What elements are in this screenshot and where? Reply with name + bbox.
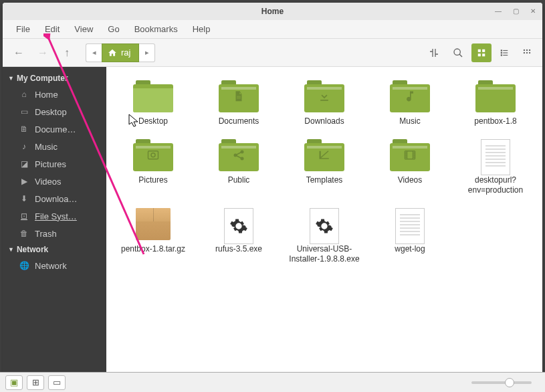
- file-item[interactable]: Downloads: [283, 78, 366, 130]
- menu-edit[interactable]: Edit: [38, 21, 66, 37]
- svg-line-1: [459, 54, 462, 57]
- taskbar-files-button[interactable]: ▣: [5, 375, 23, 390]
- minimize-button[interactable]: —: [493, 5, 504, 16]
- file-icon: [133, 80, 173, 114]
- taskbar[interactable]: ▣ ⊞ ▭: [0, 372, 545, 392]
- view-compact-button[interactable]: [517, 43, 537, 62]
- svg-point-14: [529, 49, 530, 50]
- sidebar-section-network[interactable]: ▼Network: [3, 242, 106, 257]
- forward-button[interactable]: →: [32, 42, 53, 64]
- svg-point-15: [524, 52, 525, 53]
- trash-icon: 🗑: [19, 228, 29, 239]
- svg-rect-3: [482, 49, 485, 52]
- file-label: Universal-USB-Installer-1.9.8.8.exe: [288, 244, 361, 265]
- sidebar-section-my-computer[interactable]: ▼My Computer: [3, 71, 106, 86]
- file-item[interactable]: wget-log: [368, 205, 451, 268]
- file-item[interactable]: desktopurl?env=production: [454, 136, 537, 199]
- path-label: raj: [121, 47, 130, 58]
- file-item[interactable]: Music: [368, 78, 451, 130]
- sidebar-item-trash[interactable]: 🗑Trash: [3, 225, 106, 242]
- sidebar-item-network[interactable]: 🌐Network: [3, 257, 106, 274]
- view-icons-button[interactable]: [471, 43, 492, 62]
- menubar: File Edit View Go Bookmarks Help: [3, 20, 542, 39]
- file-label: Templates: [306, 175, 343, 186]
- file-item[interactable]: Universal-USB-Installer-1.9.8.8.exe: [283, 205, 366, 268]
- file-item[interactable]: Pictures: [112, 136, 195, 199]
- svg-point-17: [529, 52, 530, 53]
- music-icon: ♪: [19, 141, 29, 152]
- file-icon: [219, 80, 259, 114]
- sidebar: ▼My Computer ⌂Home ▭Desktop 🗎Docume… ♪Mu…: [3, 67, 106, 373]
- sidebar-item-filesystem[interactable]: ⊡File Syst…: [3, 207, 106, 225]
- sidebar-item-downloads[interactable]: ⬇Downloa…: [3, 190, 106, 207]
- back-button[interactable]: ←: [8, 42, 29, 64]
- close-button[interactable]: ✕: [528, 5, 538, 16]
- sidebar-item-desktop[interactable]: ▭Desktop: [3, 103, 106, 120]
- view-list-button[interactable]: [494, 43, 514, 62]
- file-icon: [133, 139, 173, 173]
- toolbar: ← → ↑ ◂ raj ▸: [3, 39, 542, 67]
- svg-point-19: [151, 153, 155, 157]
- file-icon: [304, 139, 344, 173]
- network-icon: 🌐: [19, 260, 29, 271]
- picture-icon: ◪: [19, 159, 29, 169]
- svg-rect-9: [503, 52, 508, 53]
- svg-rect-18: [148, 151, 158, 159]
- file-item[interactable]: rufus-3.5.exe: [197, 205, 280, 268]
- sidebar-item-pictures[interactable]: ◪Pictures: [3, 155, 106, 173]
- maximize-button[interactable]: ▢: [510, 5, 521, 16]
- svg-rect-2: [478, 49, 481, 52]
- file-item[interactable]: Desktop: [112, 78, 195, 130]
- file-label: desktopurl?env=production: [459, 175, 532, 196]
- file-label: Documents: [219, 116, 259, 127]
- home-icon: ⌂: [19, 89, 29, 100]
- svg-point-0: [454, 49, 460, 55]
- file-label: Videos: [398, 175, 422, 186]
- menu-view[interactable]: View: [68, 21, 100, 37]
- path-next-button[interactable]: ▸: [139, 43, 155, 62]
- file-item[interactable]: Videos: [368, 136, 451, 199]
- svg-point-12: [524, 49, 525, 50]
- svg-line-23: [237, 152, 241, 154]
- search-button[interactable]: [447, 42, 469, 64]
- file-icon: [390, 208, 430, 241]
- svg-rect-11: [503, 54, 508, 55]
- sidebar-item-documents[interactable]: 🗎Docume…: [3, 120, 106, 138]
- file-item[interactable]: Public: [197, 136, 280, 199]
- sidebar-item-music[interactable]: ♪Music: [3, 138, 106, 155]
- body: ▼My Computer ⌂Home ▭Desktop 🗎Docume… ♪Mu…: [3, 67, 542, 373]
- file-view[interactable]: DesktopDocumentsDownloadsMusicpentbox-1.…: [106, 67, 542, 373]
- file-item[interactable]: Templates: [283, 136, 366, 199]
- file-label: Music: [399, 116, 420, 127]
- svg-rect-4: [478, 54, 481, 56]
- toggle-location-button[interactable]: [423, 42, 445, 64]
- svg-rect-7: [503, 50, 508, 50]
- menu-go[interactable]: Go: [101, 21, 126, 37]
- menu-file[interactable]: File: [9, 21, 37, 37]
- menu-bookmarks[interactable]: Bookmarks: [128, 21, 185, 37]
- sidebar-item-home[interactable]: ⌂Home: [3, 86, 106, 103]
- path-prev-button[interactable]: ◂: [86, 43, 102, 62]
- file-icon: [219, 208, 259, 241]
- svg-rect-8: [501, 52, 502, 53]
- svg-point-13: [526, 49, 528, 50]
- menu-help[interactable]: Help: [186, 21, 217, 37]
- file-label: Desktop: [138, 116, 168, 127]
- file-icon: [475, 139, 516, 173]
- file-item[interactable]: Documents: [197, 78, 280, 130]
- taskbar-desktop-button[interactable]: ▭: [48, 375, 66, 390]
- file-label: rufus-3.5.exe: [215, 244, 262, 255]
- up-button[interactable]: ↑: [56, 42, 78, 64]
- file-item[interactable]: pentbox-1.8: [454, 78, 537, 130]
- download-icon: ⬇: [19, 193, 29, 204]
- volume-slider[interactable]: [471, 381, 532, 384]
- path-segment-home[interactable]: raj: [102, 43, 139, 62]
- sidebar-item-videos[interactable]: ▶Videos: [3, 173, 106, 190]
- taskbar-expo-button[interactable]: ⊞: [27, 375, 44, 390]
- file-icon: [133, 208, 173, 241]
- file-item[interactable]: pentbox-1.8.tar.gz: [112, 205, 195, 268]
- svg-point-16: [526, 52, 528, 53]
- titlebar[interactable]: Home — ▢ ✕: [3, 3, 542, 20]
- file-manager-window: Home — ▢ ✕ File Edit View Go Bookmarks H…: [3, 3, 542, 389]
- file-label: Downloads: [304, 116, 344, 127]
